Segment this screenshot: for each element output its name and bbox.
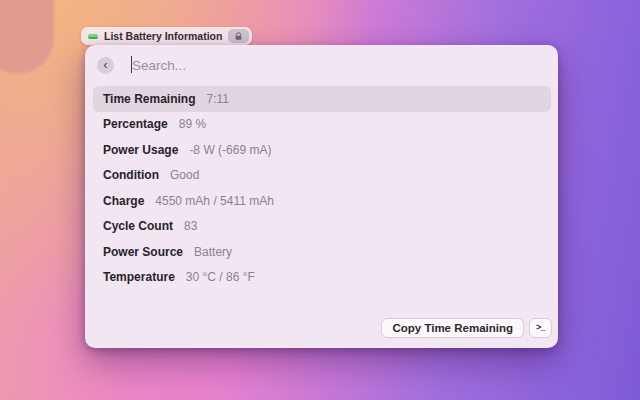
row-value: Battery — [194, 245, 232, 259]
row-value: Good — [170, 168, 199, 182]
terminal-prompt-icon[interactable]: >_ — [529, 318, 552, 338]
wallpaper-blob — [0, 0, 54, 74]
copy-time-remaining-button[interactable]: Copy Time Remaining — [381, 318, 524, 338]
row-value: -8 W (-669 mA) — [189, 143, 271, 157]
battery-info-list: Time Remaining 7:11 Percentage 89 % Powe… — [85, 85, 558, 290]
search-field-wrap — [118, 45, 546, 85]
text-caret — [131, 56, 132, 73]
row-value: 30 °C / 86 °F — [186, 270, 255, 284]
list-item-power-usage[interactable]: Power Usage -8 W (-669 mA) — [93, 137, 551, 163]
desktop-background: List Battery Information ‹ Time Remainin… — [0, 0, 640, 400]
row-label: Percentage — [103, 117, 168, 131]
list-item-condition[interactable]: Condition Good — [93, 163, 551, 189]
raycast-window: ‹ Time Remaining 7:11 Percentage 89 % Po… — [85, 45, 558, 348]
list-item-cycle-count[interactable]: Cycle Count 83 — [93, 214, 551, 240]
row-value: 83 — [184, 219, 197, 233]
back-button[interactable]: ‹ — [97, 57, 114, 74]
lock-icon — [234, 32, 243, 41]
lock-badge[interactable] — [228, 29, 249, 43]
list-item-charge[interactable]: Charge 4550 mAh / 5411 mAh — [93, 188, 551, 214]
command-header-pill[interactable]: List Battery Information — [81, 27, 252, 45]
list-item-temperature[interactable]: Temperature 30 °C / 86 °F — [93, 265, 551, 291]
row-label: Charge — [103, 194, 144, 208]
row-value: 7:11 — [206, 92, 228, 106]
row-label: Cycle Count — [103, 219, 173, 233]
search-bar: ‹ — [85, 45, 558, 85]
row-label: Temperature — [103, 270, 175, 284]
row-label: Power Usage — [103, 143, 178, 157]
search-input[interactable] — [118, 58, 546, 73]
command-title: List Battery Information — [104, 30, 222, 42]
list-item-time-remaining[interactable]: Time Remaining 7:11 — [93, 86, 551, 112]
row-value: 4550 mAh / 5411 mAh — [155, 194, 274, 208]
battery-command-icon — [88, 34, 98, 39]
row-value: 89 % — [179, 117, 206, 131]
row-label: Condition — [103, 168, 159, 182]
action-footer: Copy Time Remaining >_ — [85, 314, 558, 348]
row-label: Power Source — [103, 245, 183, 259]
list-item-power-source[interactable]: Power Source Battery — [93, 239, 551, 265]
list-item-percentage[interactable]: Percentage 89 % — [93, 112, 551, 138]
row-label: Time Remaining — [103, 92, 195, 106]
